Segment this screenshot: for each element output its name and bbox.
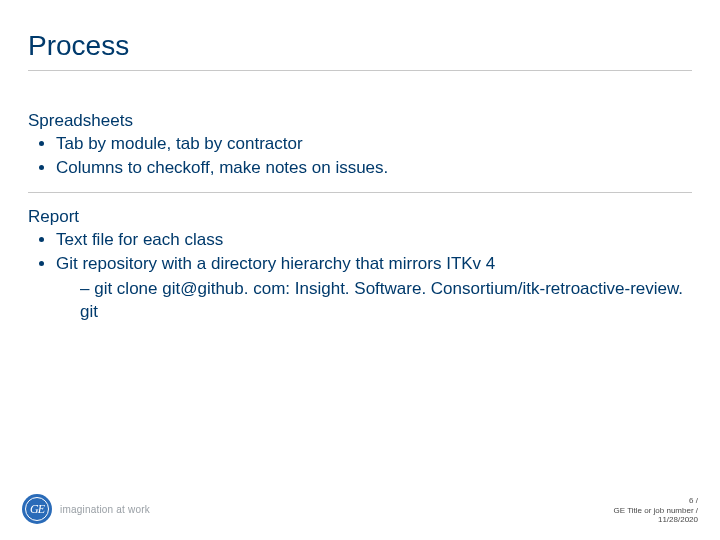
- sub-list-item: git clone git@github. com: Insight. Soft…: [80, 278, 692, 324]
- slide-title: Process: [28, 30, 692, 62]
- list-item: Git repository with a directory hierarch…: [56, 253, 692, 324]
- ge-logo-monogram: GE: [22, 494, 52, 524]
- report-sublist: git clone git@github. com: Insight. Soft…: [56, 278, 692, 324]
- section-heading-spreadsheets: Spreadsheets: [28, 111, 692, 131]
- footer-page: 6 /: [614, 496, 698, 505]
- footer-tagline: imagination at work: [60, 504, 150, 515]
- list-item: Text file for each class: [56, 229, 692, 252]
- section-rule: [28, 192, 692, 193]
- section-heading-report: Report: [28, 207, 692, 227]
- footer-left: GE imagination at work: [22, 494, 150, 524]
- list-item: Tab by module, tab by contractor: [56, 133, 692, 156]
- footer-meta: GE Title or job number /: [614, 506, 698, 515]
- report-list: Text file for each class Git repository …: [28, 229, 692, 324]
- footer-date: 11/28/2020: [614, 515, 698, 524]
- spreadsheets-list: Tab by module, tab by contractor Columns…: [28, 133, 692, 180]
- slide: Process Spreadsheets Tab by module, tab …: [0, 0, 720, 540]
- title-rule: [28, 70, 692, 71]
- list-item: Columns to checkoff, make notes on issue…: [56, 157, 692, 180]
- footer-right: 6 / GE Title or job number / 11/28/2020: [614, 496, 698, 524]
- footer: GE imagination at work 6 / GE Title or j…: [0, 482, 720, 530]
- ge-logo-icon: GE: [22, 494, 52, 524]
- list-item-text: Git repository with a directory hierarch…: [56, 254, 495, 273]
